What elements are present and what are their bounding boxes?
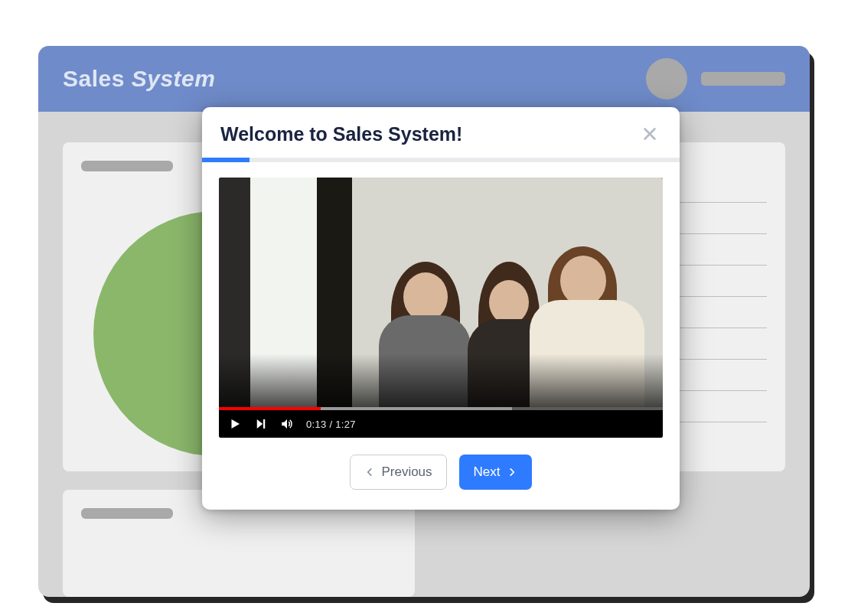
video-time: 0:13 / 1:27 [306,419,356,430]
previous-button[interactable]: Previous [350,455,446,490]
close-icon [641,125,658,142]
next-label: Next [474,464,501,480]
video-frame [219,178,663,407]
play-icon [228,417,242,431]
video-container: 0:13 / 1:27 [202,162,680,438]
volume-icon [280,417,294,431]
onboarding-progress-fill [202,158,250,162]
video-current-time: 0:13 [306,419,327,430]
svg-rect-4 [263,419,265,429]
modal-footer: Previous Next [202,438,680,510]
previous-label: Previous [381,464,432,480]
video-person [379,254,471,407]
modal-header: Welcome to Sales System! [202,107,680,158]
video-duration: 1:27 [335,419,356,430]
svg-marker-5 [282,419,287,429]
welcome-modal: Welcome to Sales System! [202,107,680,510]
volume-button[interactable] [280,417,294,431]
close-button[interactable] [638,122,661,145]
chevron-right-icon [507,467,517,477]
chevron-left-icon [364,467,375,477]
next-button[interactable]: Next [459,455,532,490]
skip-next-icon [254,417,268,431]
video-controls: 0:13 / 1:27 [219,407,663,438]
svg-marker-3 [257,419,263,429]
video-person [530,231,644,407]
play-button[interactable] [228,417,242,431]
onboarding-progress [202,158,680,162]
modal-title: Welcome to Sales System! [220,123,462,145]
next-track-button[interactable] [254,417,268,431]
intro-video[interactable]: 0:13 / 1:27 [219,178,663,438]
svg-marker-2 [232,419,240,429]
